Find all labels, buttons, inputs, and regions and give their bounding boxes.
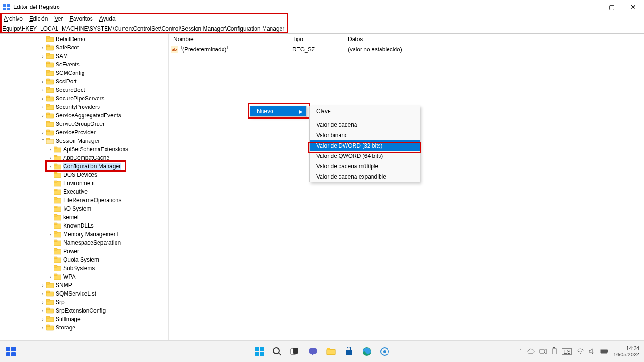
clock[interactable]: 14:34 16/05/2022 (613, 346, 639, 357)
tree-item[interactable]: ›SecurePipeServers (0, 94, 168, 103)
menu-view[interactable]: Ver (54, 16, 63, 22)
ctx-item[interactable]: Valor de DWORD (32 bits) (310, 140, 420, 151)
ctx-item[interactable]: Valor de cadena expandible (310, 172, 420, 182)
tree-pane[interactable]: RetailDemo›SafeBoot›SAMScEventsSCMConfig… (0, 34, 169, 340)
tree-item[interactable]: SCMConfig (0, 69, 168, 77)
tree-item[interactable]: ›Configuration Manager (0, 162, 168, 171)
col-name[interactable]: Nombre (169, 36, 289, 42)
tree-item[interactable]: DOS Devices (0, 171, 168, 179)
expand-icon[interactable]: › (47, 232, 54, 237)
chat-button[interactable] (307, 346, 319, 358)
ctx-item[interactable]: Valor de cadena múltiple (310, 161, 420, 172)
language-icon[interactable]: ES (562, 348, 572, 355)
expand-icon[interactable]: › (40, 300, 46, 305)
expand-icon[interactable]: › (47, 156, 54, 161)
col-type[interactable]: Tipo (289, 36, 345, 42)
list-row[interactable]: ab (Predeterminado) REG_SZ (valor no est… (169, 44, 644, 55)
tree-item[interactable]: Environment (0, 179, 168, 188)
maximize-button[interactable]: ▢ (601, 0, 622, 14)
tree-item[interactable]: KnownDLLs (0, 222, 168, 230)
tree-item[interactable]: kernel (0, 213, 168, 222)
tree-item[interactable]: ›SafeBoot (0, 43, 168, 52)
ctx-item-nuevo[interactable]: Nuevo ▶ (250, 106, 306, 116)
tree-item[interactable]: ›ApiSetSchemaExtensions (0, 145, 168, 154)
expand-icon[interactable]: › (40, 79, 46, 84)
tree-item[interactable]: SubSystems (0, 264, 168, 272)
search-button[interactable] (271, 346, 283, 358)
menu-favorites[interactable]: Favoritos (69, 16, 92, 22)
tree-item[interactable]: ScEvents (0, 60, 168, 69)
tree-item[interactable]: Power (0, 247, 168, 255)
tree-item[interactable]: ›SecureBoot (0, 86, 168, 94)
close-button[interactable]: ✕ (622, 0, 644, 14)
tree-item[interactable]: Executive (0, 188, 168, 196)
meet-now-icon[interactable] (539, 348, 547, 355)
start-button[interactable] (253, 346, 265, 358)
tray-chevron-icon[interactable]: ˄ (520, 348, 522, 354)
tree-item[interactable]: I/O System (0, 205, 168, 213)
menu-file[interactable]: Archivo (4, 16, 23, 22)
tree-item[interactable]: ›SrpExtensionConfig (0, 306, 168, 315)
wifi-icon[interactable] (577, 348, 584, 355)
tree-item[interactable]: ›Srp (0, 298, 168, 306)
ctx-item[interactable]: Clave (310, 106, 420, 116)
folder-icon (46, 290, 54, 297)
volume-icon[interactable] (589, 348, 595, 355)
expand-icon[interactable]: › (40, 291, 46, 296)
tree-item[interactable]: ›AppCompatCache (0, 154, 168, 162)
menu-help[interactable]: Ayuda (99, 16, 116, 22)
addressbar[interactable]: Equipo\HKEY_LOCAL_MACHINE\SYSTEM\Current… (0, 24, 644, 34)
tree-item[interactable]: ›SecurityProviders (0, 103, 168, 111)
tree-item[interactable]: ›ServiceProvider (0, 128, 168, 137)
tree-item[interactable]: FileRenameOperations (0, 196, 168, 205)
ctx-item[interactable]: Valor binario (310, 130, 420, 140)
values-pane[interactable]: Nombre Tipo Datos ab (Predeterminado) RE… (169, 34, 644, 340)
tree-item[interactable]: NamespaceSeparation (0, 239, 168, 247)
taskview-button[interactable] (289, 346, 301, 358)
battery-icon[interactable] (600, 349, 609, 354)
tree-item[interactable]: RetailDemo (0, 35, 168, 43)
expand-icon[interactable]: › (40, 130, 46, 135)
tree-item[interactable]: ›SQMServiceList (0, 289, 168, 298)
power-icon[interactable] (552, 347, 557, 356)
edge-button[interactable] (361, 346, 373, 358)
expand-icon[interactable]: › (40, 283, 46, 288)
ctx-item[interactable]: Valor de cadena (310, 120, 420, 130)
tree-item[interactable]: ˅Session Manager (0, 137, 168, 145)
col-data[interactable]: Datos (345, 36, 644, 42)
tree-item[interactable]: ›SNMP (0, 281, 168, 289)
tree-item[interactable]: ›Memory Management (0, 230, 168, 239)
tree-item[interactable]: ›SAM (0, 52, 168, 60)
store-button[interactable] (343, 346, 355, 358)
menu-edit[interactable]: Edición (29, 16, 48, 22)
expand-icon[interactable]: › (47, 147, 54, 152)
software-center-button[interactable] (379, 346, 391, 358)
tree-item[interactable]: ›ScsiPort (0, 77, 168, 86)
expand-icon[interactable]: › (40, 105, 46, 110)
expand-icon[interactable]: › (40, 325, 46, 330)
expand-icon[interactable]: › (47, 164, 54, 169)
minimize-button[interactable]: — (579, 0, 601, 14)
folder-icon (54, 231, 61, 238)
expand-icon[interactable]: › (40, 308, 46, 313)
explorer-button[interactable] (325, 346, 337, 358)
svg-rect-27 (46, 130, 50, 132)
expand-icon[interactable]: › (40, 317, 46, 322)
ctx-item[interactable]: Valor de QWORD (64 bits) (310, 151, 420, 161)
tree-item[interactable]: ›WPA (0, 272, 168, 281)
expand-icon[interactable]: › (40, 113, 46, 118)
tree-item[interactable]: ›StillImage (0, 315, 168, 323)
expand-icon[interactable]: › (40, 96, 46, 101)
expand-icon[interactable]: › (47, 274, 54, 280)
onedrive-icon[interactable] (527, 348, 535, 355)
expand-icon[interactable]: › (40, 45, 46, 50)
expand-icon[interactable]: ˅ (40, 139, 46, 144)
widgets-button[interactable] (5, 346, 17, 358)
system-tray[interactable]: ˄ ES 14:34 16/05/2022 (520, 346, 644, 357)
tree-item[interactable]: ServiceGroupOrder (0, 120, 168, 128)
tree-item[interactable]: Quota System (0, 255, 168, 264)
expand-icon[interactable]: › (40, 54, 46, 59)
expand-icon[interactable]: › (40, 88, 46, 93)
tree-item[interactable]: ›ServiceAggregatedEvents (0, 111, 168, 120)
tree-item[interactable]: ›Storage (0, 323, 168, 332)
